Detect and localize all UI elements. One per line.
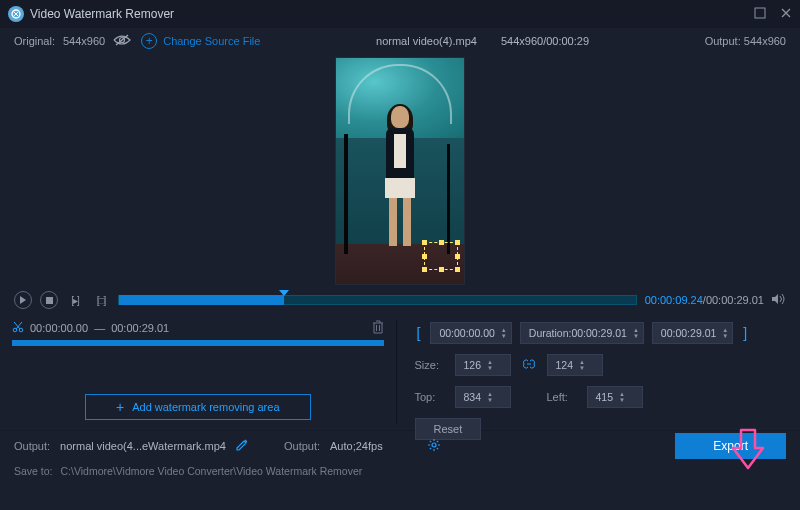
saveto-bar: Save to: C:\Vidmore\Vidmore Video Conver… [0,460,800,482]
output-bar: Output: normal video(4...eWatermark.mp4 … [0,430,800,460]
clip-start: 00:00:00.00 [30,322,88,334]
clip-end: 00:00:29.01 [111,322,169,334]
current-time: 00:00:09.24 [645,294,703,306]
size-width-input[interactable]: 126 ▲▼ [455,354,511,376]
plus-icon: + [116,400,124,414]
clip-sep: — [94,322,105,334]
range-end-input[interactable]: 00:00:29.01 ▲▼ [652,322,733,344]
duration-label: Duration: [529,327,572,339]
clip-panel: 00:00:00.00 — 00:00:29.01 + Add watermar… [0,314,396,430]
source-filename: normal video(4).mp4 [376,35,477,47]
duration-input[interactable]: Duration: 00:00:29.01 ▲▼ [520,322,644,344]
original-label: Original: [14,35,55,47]
saveto-label: Save to: [14,465,53,477]
svg-rect-1 [755,8,765,18]
playback-controls: [▸] [□] 00:00:09.24/00:00:29.01 [0,286,800,314]
delete-icon[interactable] [372,320,384,336]
output-format-label: Output: [284,440,320,452]
time-display: 00:00:09.24/00:00:29.01 [645,294,764,306]
output-filename: normal video(4...eWatermark.mp4 [60,440,226,452]
original-value: 544x960 [63,35,105,47]
minimize-button[interactable] [754,7,766,21]
link-icon[interactable] [519,359,539,371]
top-label: Top: [415,391,447,403]
source-info: 544x960/00:00:29 [501,35,589,47]
reset-button[interactable]: Reset [415,418,482,440]
change-source-label: Change Source File [163,35,260,47]
range-start-input[interactable]: 00:00:00.00 ▲▼ [430,322,511,344]
change-source-button[interactable]: + Change Source File [141,33,260,49]
add-area-label: Add watermark removing area [132,401,279,413]
video-preview[interactable] [0,54,800,286]
output-file-label: Output: [14,440,50,452]
size-label: Size: [415,359,447,371]
cut-icon[interactable] [12,321,24,335]
range-end-bracket-icon[interactable]: ] [741,325,749,341]
frame-fwd-button[interactable]: [□] [92,291,110,309]
playhead-icon[interactable] [279,290,289,296]
preview-toggle-icon[interactable] [113,33,131,49]
output-value: 544x960 [744,35,786,47]
clip-range-track[interactable] [12,340,384,346]
app-title: Video Watermark Remover [30,7,174,21]
stop-button[interactable] [40,291,58,309]
saveto-path: C:\Vidmore\Vidmore Video Converter\Video… [61,465,363,477]
video-frame[interactable] [335,57,465,285]
play-button[interactable] [14,291,32,309]
top-input[interactable]: 834 ▲▼ [455,386,511,408]
svg-marker-6 [772,294,778,304]
properties-panel: [ 00:00:00.00 ▲▼ Duration: 00:00:29.01 ▲… [397,314,801,430]
left-label: Left: [547,391,579,403]
export-button[interactable]: Export [675,433,786,459]
volume-icon[interactable] [772,293,786,307]
timeline-scrubber[interactable] [118,295,637,305]
edit-filename-icon[interactable] [236,439,248,453]
svg-rect-5 [46,297,53,304]
plus-circle-icon: + [141,33,157,49]
frame-back-button[interactable]: [▸] [66,291,84,309]
svg-marker-4 [20,296,26,304]
watermark-selection-box[interactable] [424,242,458,270]
close-button[interactable] [780,7,792,21]
add-watermark-area-button[interactable]: + Add watermark removing area [85,394,311,420]
total-time: 00:00:29.01 [706,294,764,306]
left-input[interactable]: 415 ▲▼ [587,386,643,408]
app-logo-icon [8,6,24,22]
output-label: Output: [705,35,741,47]
size-height-input[interactable]: 124 ▲▼ [547,354,603,376]
gear-icon[interactable] [427,438,441,454]
header-row: Original: 544x960 + Change Source File n… [0,28,800,54]
range-start-bracket-icon[interactable]: [ [415,325,423,341]
output-format-value: Auto;24fps [330,440,383,452]
titlebar: Video Watermark Remover [0,0,800,28]
svg-point-9 [432,443,436,447]
